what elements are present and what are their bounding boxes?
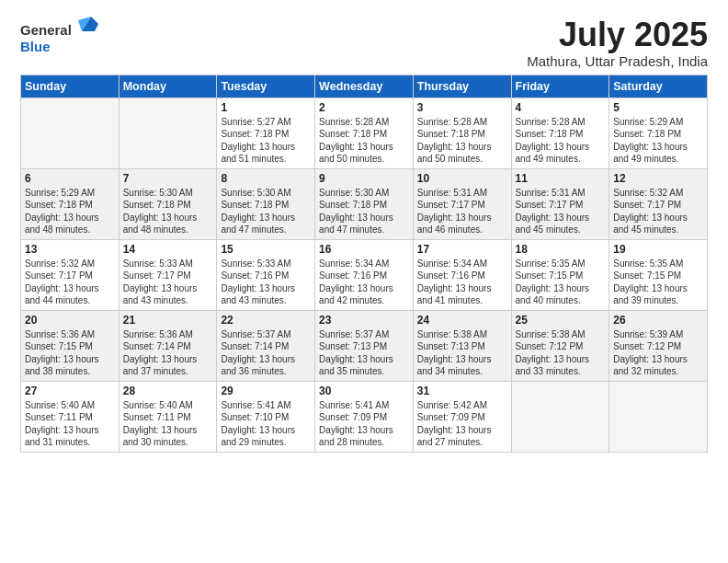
- main-title: July 2025: [527, 17, 708, 53]
- weekday-header: Friday: [511, 75, 609, 98]
- logo-general: General: [20, 18, 98, 39]
- calendar-cell: 30Sunrise: 5:41 AM Sunset: 7:09 PM Dayli…: [315, 381, 414, 452]
- weekday-header: Wednesday: [315, 75, 414, 98]
- calendar-cell: 25Sunrise: 5:38 AM Sunset: 7:12 PM Dayli…: [511, 310, 609, 381]
- day-number: 12: [613, 172, 703, 185]
- day-info: Sunrise: 5:41 AM Sunset: 7:09 PM Dayligh…: [319, 399, 409, 449]
- calendar-week-row: 6Sunrise: 5:29 AM Sunset: 7:18 PM Daylig…: [21, 168, 708, 239]
- calendar: SundayMondayTuesdayWednesdayThursdayFrid…: [20, 75, 708, 453]
- logo-icon: [78, 15, 98, 35]
- calendar-cell: 13Sunrise: 5:32 AM Sunset: 7:17 PM Dayli…: [21, 239, 119, 310]
- day-info: Sunrise: 5:36 AM Sunset: 7:14 PM Dayligh…: [123, 328, 213, 378]
- calendar-cell: 6Sunrise: 5:29 AM Sunset: 7:18 PM Daylig…: [21, 168, 119, 239]
- calendar-cell: [21, 98, 119, 168]
- day-number: 10: [417, 172, 507, 185]
- day-number: 18: [516, 243, 606, 256]
- header: General Blue July 2025 Mathura, Uttar Pr…: [20, 17, 708, 69]
- day-info: Sunrise: 5:29 AM Sunset: 7:18 PM Dayligh…: [25, 187, 115, 236]
- calendar-week-row: 13Sunrise: 5:32 AM Sunset: 7:17 PM Dayli…: [21, 239, 708, 310]
- day-info: Sunrise: 5:32 AM Sunset: 7:17 PM Dayligh…: [613, 187, 703, 236]
- day-info: Sunrise: 5:35 AM Sunset: 7:15 PM Dayligh…: [613, 258, 703, 307]
- day-info: Sunrise: 5:40 AM Sunset: 7:11 PM Dayligh…: [123, 399, 213, 449]
- day-info: Sunrise: 5:37 AM Sunset: 7:14 PM Dayligh…: [221, 328, 311, 378]
- calendar-cell: 5Sunrise: 5:29 AM Sunset: 7:18 PM Daylig…: [609, 98, 708, 168]
- day-info: Sunrise: 5:38 AM Sunset: 7:13 PM Dayligh…: [417, 328, 507, 378]
- day-number: 13: [25, 243, 115, 256]
- day-number: 9: [319, 172, 409, 185]
- day-number: 11: [516, 172, 606, 185]
- calendar-cell: 29Sunrise: 5:41 AM Sunset: 7:10 PM Dayli…: [217, 381, 315, 452]
- day-info: Sunrise: 5:37 AM Sunset: 7:13 PM Dayligh…: [319, 328, 409, 378]
- day-number: 1: [221, 101, 311, 114]
- day-info: Sunrise: 5:34 AM Sunset: 7:16 PM Dayligh…: [417, 258, 507, 307]
- day-number: 14: [123, 243, 213, 256]
- calendar-cell: 2Sunrise: 5:28 AM Sunset: 7:18 PM Daylig…: [315, 98, 414, 168]
- calendar-cell: 23Sunrise: 5:37 AM Sunset: 7:13 PM Dayli…: [315, 310, 414, 381]
- calendar-cell: 21Sunrise: 5:36 AM Sunset: 7:14 PM Dayli…: [119, 310, 217, 381]
- title-block: July 2025 Mathura, Uttar Pradesh, India: [527, 17, 708, 69]
- day-number: 19: [613, 243, 703, 256]
- calendar-cell: [609, 381, 708, 452]
- day-number: 22: [221, 314, 311, 327]
- day-info: Sunrise: 5:38 AM Sunset: 7:12 PM Dayligh…: [516, 328, 606, 378]
- calendar-cell: 18Sunrise: 5:35 AM Sunset: 7:15 PM Dayli…: [511, 239, 609, 310]
- day-number: 8: [221, 172, 311, 185]
- calendar-cell: 19Sunrise: 5:35 AM Sunset: 7:15 PM Dayli…: [609, 239, 708, 310]
- calendar-week-row: 20Sunrise: 5:36 AM Sunset: 7:15 PM Dayli…: [21, 310, 708, 381]
- calendar-cell: 11Sunrise: 5:31 AM Sunset: 7:17 PM Dayli…: [511, 168, 609, 239]
- day-number: 21: [123, 314, 213, 327]
- calendar-cell: 12Sunrise: 5:32 AM Sunset: 7:17 PM Dayli…: [609, 168, 708, 239]
- day-number: 16: [319, 243, 409, 256]
- day-info: Sunrise: 5:31 AM Sunset: 7:17 PM Dayligh…: [417, 187, 507, 236]
- day-number: 5: [613, 101, 703, 114]
- day-number: 20: [25, 314, 115, 327]
- day-info: Sunrise: 5:34 AM Sunset: 7:16 PM Dayligh…: [319, 258, 409, 307]
- day-number: 3: [417, 101, 507, 114]
- calendar-week-row: 1Sunrise: 5:27 AM Sunset: 7:18 PM Daylig…: [21, 98, 708, 168]
- calendar-cell: 10Sunrise: 5:31 AM Sunset: 7:17 PM Dayli…: [413, 168, 511, 239]
- weekday-header: Thursday: [413, 75, 511, 98]
- calendar-cell: 4Sunrise: 5:28 AM Sunset: 7:18 PM Daylig…: [511, 98, 609, 168]
- calendar-cell: 15Sunrise: 5:33 AM Sunset: 7:16 PM Dayli…: [217, 239, 315, 310]
- day-info: Sunrise: 5:32 AM Sunset: 7:17 PM Dayligh…: [25, 258, 115, 307]
- day-info: Sunrise: 5:40 AM Sunset: 7:11 PM Dayligh…: [25, 399, 115, 449]
- day-info: Sunrise: 5:41 AM Sunset: 7:10 PM Dayligh…: [221, 399, 311, 449]
- day-number: 28: [123, 385, 213, 397]
- day-number: 27: [25, 385, 115, 397]
- calendar-cell: 31Sunrise: 5:42 AM Sunset: 7:09 PM Dayli…: [413, 381, 511, 452]
- calendar-cell: 17Sunrise: 5:34 AM Sunset: 7:16 PM Dayli…: [413, 239, 511, 310]
- calendar-cell: 1Sunrise: 5:27 AM Sunset: 7:18 PM Daylig…: [217, 98, 315, 168]
- day-number: 4: [516, 101, 606, 114]
- day-info: Sunrise: 5:30 AM Sunset: 7:18 PM Dayligh…: [123, 187, 213, 236]
- day-info: Sunrise: 5:29 AM Sunset: 7:18 PM Dayligh…: [613, 116, 703, 166]
- day-info: Sunrise: 5:42 AM Sunset: 7:09 PM Dayligh…: [417, 399, 507, 449]
- day-info: Sunrise: 5:28 AM Sunset: 7:18 PM Dayligh…: [417, 116, 507, 166]
- calendar-cell: 20Sunrise: 5:36 AM Sunset: 7:15 PM Dayli…: [21, 310, 119, 381]
- day-number: 30: [319, 385, 409, 397]
- day-number: 24: [417, 314, 507, 327]
- calendar-cell: 24Sunrise: 5:38 AM Sunset: 7:13 PM Dayli…: [413, 310, 511, 381]
- day-number: 31: [417, 385, 507, 397]
- day-number: 29: [221, 385, 311, 397]
- day-number: 15: [221, 243, 311, 256]
- day-info: Sunrise: 5:33 AM Sunset: 7:17 PM Dayligh…: [123, 258, 213, 307]
- calendar-cell: 26Sunrise: 5:39 AM Sunset: 7:12 PM Dayli…: [609, 310, 708, 381]
- weekday-header: Saturday: [609, 75, 708, 98]
- weekday-header: Sunday: [21, 75, 119, 98]
- calendar-cell: 16Sunrise: 5:34 AM Sunset: 7:16 PM Dayli…: [315, 239, 414, 310]
- calendar-cell: 14Sunrise: 5:33 AM Sunset: 7:17 PM Dayli…: [119, 239, 217, 310]
- calendar-cell: [511, 381, 609, 452]
- day-info: Sunrise: 5:30 AM Sunset: 7:18 PM Dayligh…: [319, 187, 409, 236]
- day-number: 26: [613, 314, 703, 327]
- day-number: 25: [516, 314, 606, 327]
- logo: General Blue: [20, 18, 98, 55]
- day-info: Sunrise: 5:35 AM Sunset: 7:15 PM Dayligh…: [516, 258, 606, 307]
- calendar-cell: 3Sunrise: 5:28 AM Sunset: 7:18 PM Daylig…: [413, 98, 511, 168]
- day-info: Sunrise: 5:28 AM Sunset: 7:18 PM Dayligh…: [516, 116, 606, 166]
- calendar-cell: 8Sunrise: 5:30 AM Sunset: 7:18 PM Daylig…: [217, 168, 315, 239]
- calendar-cell: 7Sunrise: 5:30 AM Sunset: 7:18 PM Daylig…: [119, 168, 217, 239]
- day-info: Sunrise: 5:31 AM Sunset: 7:17 PM Dayligh…: [516, 187, 606, 236]
- calendar-cell: 9Sunrise: 5:30 AM Sunset: 7:18 PM Daylig…: [315, 168, 414, 239]
- day-info: Sunrise: 5:30 AM Sunset: 7:18 PM Dayligh…: [221, 187, 311, 236]
- calendar-cell: 22Sunrise: 5:37 AM Sunset: 7:14 PM Dayli…: [217, 310, 315, 381]
